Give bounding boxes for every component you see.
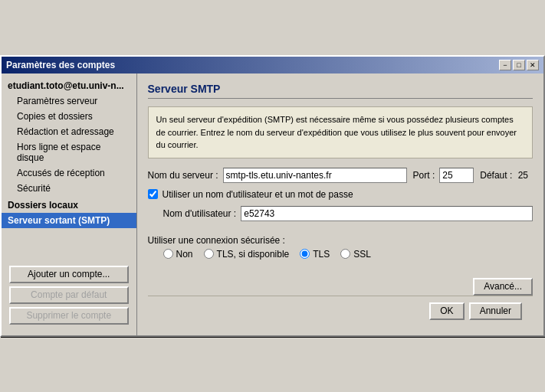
- default-account-button[interactable]: Compte par défaut: [9, 286, 129, 304]
- sidebar-item-accuses[interactable]: Accusés de réception: [2, 165, 136, 181]
- cancel-button[interactable]: Annuler: [469, 302, 522, 320]
- minimize-button[interactable]: −: [499, 60, 511, 70]
- radio-non: Non: [163, 249, 193, 260]
- ok-button[interactable]: OK: [429, 302, 464, 320]
- checkbox-row: Utiliser un nom d'utilisateur et un mot …: [148, 189, 533, 200]
- title-bar-title: Paramètres des comptes: [6, 60, 115, 70]
- maximize-button[interactable]: □: [513, 60, 525, 70]
- username-label: Nom d'utilisateur :: [163, 208, 237, 219]
- section-title: Serveur SMTP: [148, 83, 533, 99]
- radio-tls-dispo-label: TLS, si disponible: [217, 249, 290, 260]
- close-button[interactable]: ✕: [527, 60, 539, 70]
- radio-non-input[interactable]: [163, 249, 173, 259]
- radio-non-label: Non: [176, 249, 193, 260]
- sidebar-actions: Ajouter un compte... Compte par défaut S…: [2, 260, 136, 335]
- sidebar-item-copies[interactable]: Copies et dossiers: [2, 109, 136, 124]
- add-account-button[interactable]: Ajouter un compte...: [9, 266, 129, 283]
- dialog-window: Paramètres des comptes − □ ✕ etudiant.to…: [0, 55, 545, 337]
- port-input[interactable]: [439, 168, 474, 183]
- server-row: Nom du serveur : Port : Défaut : 25: [148, 168, 533, 183]
- radio-ssl: SSL: [340, 249, 371, 260]
- title-bar: Paramètres des comptes − □ ✕: [2, 57, 543, 74]
- radio-tls-input[interactable]: [300, 249, 310, 259]
- sidebar-item-hors-ligne[interactable]: Hors ligne et espace disque: [2, 139, 136, 165]
- server-label: Nom du serveur :: [148, 170, 218, 181]
- sidebar-item-copies-label: Copies et dossiers: [17, 111, 93, 122]
- secure-group: Utiliser une connexion sécurisée : Non T…: [148, 235, 533, 260]
- main-area: etudiant.toto@etu.univ-n... Paramètres s…: [2, 74, 543, 335]
- radio-ssl-input[interactable]: [340, 249, 350, 259]
- advanced-row: Avancé...: [148, 278, 533, 296]
- username-row: Nom d'utilisateur :: [148, 206, 533, 221]
- left-panel: etudiant.toto@etu.univ-n... Paramètres s…: [2, 74, 137, 335]
- sidebar-item-params-serveur[interactable]: Paramètres serveur: [2, 93, 136, 109]
- sidebar-item-account[interactable]: etudiant.toto@etu.univ-n...: [2, 78, 136, 93]
- footer-buttons: OK Annuler: [148, 296, 533, 326]
- sidebar-item-redaction[interactable]: Rédaction et adressage: [2, 124, 136, 139]
- radio-tls: TLS: [300, 249, 330, 260]
- description-text: Un seul serveur d'expédition (SMTP) est …: [156, 115, 517, 149]
- sidebar-nav: etudiant.toto@etu.univ-n... Paramètres s…: [2, 74, 136, 260]
- right-panel: Serveur SMTP Un seul serveur d'expéditio…: [137, 74, 543, 335]
- sidebar-item-serveur-sortant[interactable]: Serveur sortant (SMTP): [2, 213, 136, 228]
- remove-account-button[interactable]: Supprimer le compte: [9, 307, 129, 325]
- radio-tls-dispo-input[interactable]: [204, 249, 214, 259]
- sidebar-item-redaction-label: Rédaction et adressage: [17, 126, 114, 137]
- sidebar-item-accuses-label: Accusés de réception: [17, 168, 105, 178]
- advanced-button[interactable]: Avancé...: [473, 278, 533, 296]
- radio-ssl-label: SSL: [353, 249, 371, 260]
- default-value: 25: [518, 170, 528, 181]
- radio-tls-label: TLS: [313, 249, 330, 260]
- sidebar-item-serveur-sortant-label: Serveur sortant (SMTP): [8, 215, 110, 226]
- secure-label: Utiliser une connexion sécurisée :: [148, 235, 533, 246]
- port-label: Port :: [413, 170, 435, 181]
- radio-tls-dispo: TLS, si disponible: [204, 249, 290, 260]
- default-label: Défaut : 25: [480, 170, 528, 181]
- description-box: Un seul serveur d'expédition (SMTP) est …: [148, 106, 533, 158]
- username-input[interactable]: [241, 206, 533, 221]
- sidebar-item-dossiers-locaux[interactable]: Dossiers locaux: [2, 198, 136, 213]
- use-auth-checkbox[interactable]: [148, 189, 158, 199]
- radio-row: Non TLS, si disponible TLS SSL: [148, 249, 533, 260]
- sidebar-item-securite-label: Sécurité: [17, 183, 51, 194]
- sidebar-item-securite[interactable]: Sécurité: [2, 181, 136, 196]
- sidebar-item-params-serveur-label: Paramètres serveur: [17, 96, 97, 106]
- sidebar-item-dossiers-locaux-label: Dossiers locaux: [8, 200, 78, 211]
- title-bar-buttons: − □ ✕: [499, 60, 539, 70]
- use-auth-label: Utiliser un nom d'utilisateur et un mot …: [163, 189, 353, 200]
- sidebar-item-hors-ligne-label: Hors ligne et espace disque: [17, 142, 100, 163]
- sidebar-item-account-label: etudiant.toto@etu.univ-n...: [8, 80, 124, 91]
- server-input[interactable]: [223, 168, 407, 183]
